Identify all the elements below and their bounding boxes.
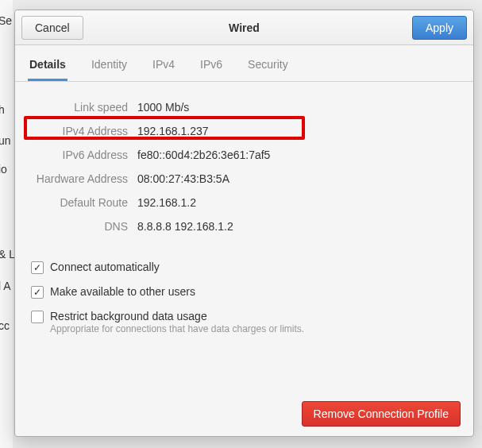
wired-connection-dialog: Cancel Wired Apply Details Identity IPv4… [14,10,474,437]
label-dns: DNS [31,220,137,233]
value-dns: 8.8.8.8 192.168.1.2 [137,220,233,233]
row-dns: DNS 8.8.8.8 192.168.1.2 [31,215,457,238]
checkbox-connect-automatically[interactable] [31,261,44,274]
cancel-button[interactable]: Cancel [21,16,83,40]
label-connect-automatically: Connect automatically [50,261,160,273]
value-ipv6-address: fe80::60d4:2b26:3e61:7af5 [137,149,270,161]
row-ipv6-address: IPv6 Address fe80::60d4:2b26:3e61:7af5 [31,144,457,166]
tab-details[interactable]: Details [28,53,67,81]
tab-security[interactable]: Security [246,53,290,81]
label-ipv6-address: IPv6 Address [31,149,137,161]
dialog-title: Wired [15,21,473,34]
label-make-available: Make available to other users [50,285,195,298]
tab-bar: Details Identity IPv4 IPv6 Security [15,45,473,82]
value-ipv4-address: 192.168.1.237 [137,125,209,137]
label-default-route: Default Route [31,196,137,209]
titlebar: Cancel Wired Apply [15,10,473,45]
remove-connection-profile-button[interactable]: Remove Connection Profile [302,401,461,427]
row-link-speed: Link speed 1000 Mb/s [31,96,457,118]
tab-ipv6[interactable]: IPv6 [199,53,224,81]
label-ipv4-address: IPv4 Address [31,125,137,137]
row-hardware-address: Hardware Address 08:00:27:43:B3:5A [31,168,457,190]
sublabel-restrict-data: Appropriate for connections that have da… [50,323,304,334]
details-panel: Link speed 1000 Mb/s IPv4 Address 192.16… [15,82,473,392]
option-restrict-data[interactable]: Restrict background data usage Appropria… [31,304,457,340]
checkbox-restrict-data[interactable] [31,311,44,323]
background-window-strip: Se h un io & L l A cc [0,0,13,448]
row-ipv4-address: IPv4 Address 192.168.1.237 [31,120,457,142]
value-default-route: 192.168.1.2 [137,196,196,209]
value-link-speed: 1000 Mb/s [137,101,189,114]
option-make-available[interactable]: Make available to other users [31,280,457,304]
row-default-route: Default Route 192.168.1.2 [31,191,457,214]
label-link-speed: Link speed [31,101,137,114]
label-restrict-data: Restrict background data usage [50,310,304,322]
tab-ipv4[interactable]: IPv4 [151,53,176,81]
apply-button[interactable]: Apply [412,16,467,40]
label-hardware-address: Hardware Address [31,172,137,185]
dialog-footer: Remove Connection Profile [15,392,473,436]
tab-identity[interactable]: Identity [90,53,129,81]
option-connect-automatically[interactable]: Connect automatically [31,255,457,280]
checkbox-make-available[interactable] [31,286,44,299]
options-group: Connect automatically Make available to … [31,255,457,340]
value-hardware-address: 08:00:27:43:B3:5A [137,172,229,185]
